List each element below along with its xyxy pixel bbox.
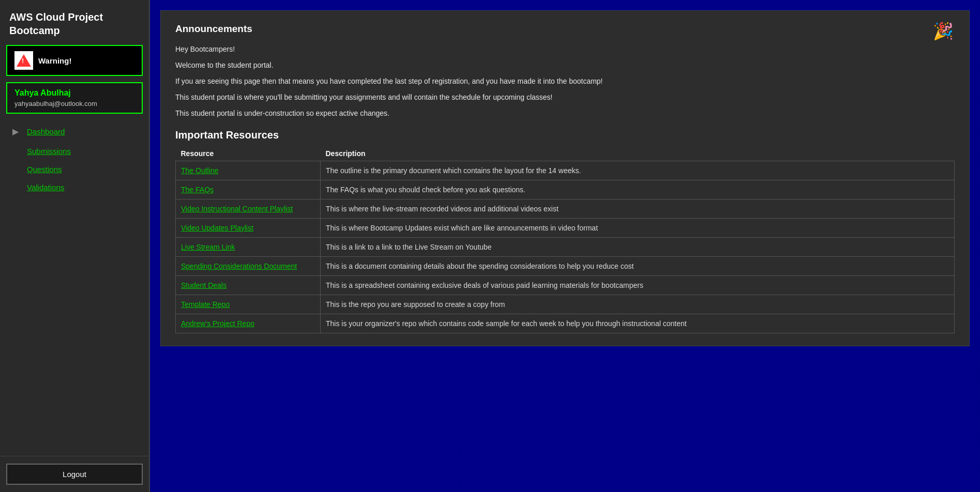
table-row: Live Stream LinkThis is a link to a link… [176, 238, 955, 257]
description-cell: This is where the live-stream recorded v… [321, 199, 955, 219]
sidebar-item-questions[interactable]: Questions [27, 165, 62, 174]
description-cell: This is where Bootcamp Updates exist whi… [321, 219, 955, 238]
sidebar-nav: ▶ Dashboard Submissions Questions Valida… [0, 123, 149, 456]
announcement-line2: Welcome to the student portal. [175, 60, 955, 71]
important-resources-section: Important Resources Resource Description… [175, 129, 955, 333]
resource-cell: Template Repo [176, 295, 321, 314]
nav-item-questions[interactable]: Questions [9, 163, 140, 176]
warning-icon [14, 51, 33, 70]
sidebar-item-submissions[interactable]: Submissions [27, 147, 71, 156]
resource-cell: Andrew's Project Repo [176, 314, 321, 333]
warning-box[interactable]: Warning! [6, 45, 143, 76]
description-cell: This is a document containing details ab… [321, 257, 955, 276]
resource-cell: Spending Considerations Document [176, 257, 321, 276]
announcement-line4: This student portal is where you'll be s… [175, 92, 955, 103]
resource-link[interactable]: Student Deals [181, 281, 227, 289]
description-cell: The outline is the primary document whic… [321, 161, 955, 180]
table-header-row: Resource Description [176, 146, 955, 161]
resource-link[interactable]: Template Repo [181, 300, 230, 309]
sidebar-item-validations[interactable]: Validations [27, 183, 64, 192]
description-cell: This is the repo you are supposed to cre… [321, 295, 955, 314]
resource-link[interactable]: Video Updates Playlist [181, 224, 253, 232]
warning-triangle-icon [17, 54, 31, 67]
resource-link[interactable]: Live Stream Link [181, 243, 235, 251]
table-row: The FAQsThe FAQs is what you should chec… [176, 180, 955, 199]
table-row: The OutlineThe outline is the primary do… [176, 161, 955, 180]
announcement-line5: This student portal is under-constructio… [175, 108, 955, 119]
resources-title: Important Resources [175, 129, 955, 141]
decoration-emoji: 🎉 [933, 21, 954, 41]
resource-cell: The FAQs [176, 180, 321, 199]
main-content: 🎉 Announcements Hey Bootcampers! Welcome… [150, 0, 980, 492]
description-cell: The FAQs is what you should check before… [321, 180, 955, 199]
resources-table: Resource Description The OutlineThe outl… [175, 146, 955, 333]
announcement-line1: Hey Bootcampers! [175, 44, 955, 55]
resource-link[interactable]: Video Instructional Content Playlist [181, 205, 293, 213]
resource-link[interactable]: The FAQs [181, 186, 214, 194]
nav-item-validations[interactable]: Validations [9, 181, 140, 194]
resource-cell: Student Deals [176, 276, 321, 295]
sidebar-item-dashboard[interactable]: Dashboard [27, 127, 65, 136]
user-box: Yahya Abulhaj yahyaabulhaj@outlook.com [6, 82, 143, 114]
description-cell: This is your organizer's repo which cont… [321, 314, 955, 333]
resource-cell: Video Instructional Content Playlist [176, 199, 321, 219]
resource-cell: Video Updates Playlist [176, 219, 321, 238]
table-row: Template RepoThis is the repo you are su… [176, 295, 955, 314]
warning-label: Warning! [38, 56, 71, 65]
nav-item-dashboard[interactable]: ▶ Dashboard [9, 123, 140, 140]
sidebar: AWS Cloud Project Bootcamp Warning! Yahy… [0, 0, 150, 492]
table-row: Andrew's Project RepoThis is your organi… [176, 314, 955, 333]
announcements-title: Announcements [175, 23, 955, 35]
announcements-body: Hey Bootcampers! Welcome to the student … [175, 44, 955, 119]
resource-cell: The Outline [176, 161, 321, 180]
user-email: yahyaabulhaj@outlook.com [14, 100, 134, 107]
resource-link[interactable]: Andrew's Project Repo [181, 319, 254, 328]
description-cell: This is a link to a link to the Live Str… [321, 238, 955, 257]
table-row: Student DealsThis is a spreadsheet conta… [176, 276, 955, 295]
logout-section: Logout [0, 456, 149, 492]
resource-link[interactable]: Spending Considerations Document [181, 262, 297, 270]
dashboard-icon: ▶ [9, 125, 22, 137]
table-row: Video Instructional Content PlaylistThis… [176, 199, 955, 219]
announcement-line3: If you are seeing this page then that me… [175, 76, 955, 87]
col-description-header: Description [321, 146, 955, 161]
table-row: Video Updates PlaylistThis is where Boot… [176, 219, 955, 238]
description-cell: This is a spreadsheet containing exclusi… [321, 276, 955, 295]
logout-button[interactable]: Logout [6, 464, 143, 485]
table-row: Spending Considerations DocumentThis is … [176, 257, 955, 276]
app-title: AWS Cloud Project Bootcamp [0, 0, 149, 45]
resource-link[interactable]: The Outline [181, 166, 218, 175]
announcements-panel: 🎉 Announcements Hey Bootcampers! Welcome… [160, 10, 970, 346]
resource-cell: Live Stream Link [176, 238, 321, 257]
nav-item-submissions[interactable]: Submissions [9, 145, 140, 158]
user-name: Yahya Abulhaj [14, 88, 134, 98]
col-resource-header: Resource [176, 146, 321, 161]
